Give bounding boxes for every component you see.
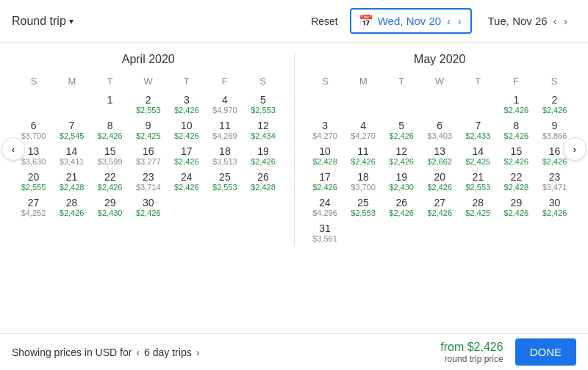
day-cell[interactable]: 2$2,426 xyxy=(536,92,573,117)
day-price: $2,426 xyxy=(504,131,529,140)
day-number: 23 xyxy=(549,171,561,183)
day-cell[interactable]: 14$2,425 xyxy=(459,143,497,168)
day-cell[interactable]: 13$2,662 xyxy=(421,143,459,168)
day-price: $3,411 xyxy=(60,157,85,166)
day-cell[interactable]: 21$2,553 xyxy=(459,169,497,194)
scroll-right-button[interactable]: › xyxy=(563,137,587,161)
day-cell[interactable]: 4$4,970 xyxy=(206,92,243,117)
day-cell[interactable]: 27$4,252 xyxy=(15,195,52,220)
day-cell[interactable]: 8$2,426 xyxy=(498,117,535,142)
trip-days: 6 day trips xyxy=(144,347,192,358)
day-cell[interactable]: 22$2,426 xyxy=(91,169,129,194)
date2-prev-button[interactable]: ‹ xyxy=(552,15,559,27)
day-cell[interactable]: 6$3,700 xyxy=(15,117,52,142)
day-cell[interactable]: 8$2,426 xyxy=(91,117,129,142)
day-price: $2,425 xyxy=(465,157,490,166)
day-price: $2,426 xyxy=(504,208,529,217)
day-cell[interactable]: 20$2,426 xyxy=(421,169,459,194)
day-number: 17 xyxy=(181,145,193,157)
day-cell[interactable]: 24$2,426 xyxy=(168,169,205,194)
day-cell[interactable]: 26$2,428 xyxy=(244,169,282,194)
date1-prev-button[interactable]: ‹ xyxy=(445,15,452,27)
day-cell-empty xyxy=(459,92,497,117)
day-cell[interactable]: 7$2,545 xyxy=(53,117,90,142)
day-cell[interactable]: 26$2,426 xyxy=(383,195,420,220)
date1-next-button[interactable]: › xyxy=(456,15,463,27)
day-cell[interactable]: 28$2,426 xyxy=(53,195,90,220)
day-number: 1 xyxy=(107,94,113,106)
day-cell[interactable]: 30$2,426 xyxy=(129,195,167,220)
day-cell[interactable]: 2$2,553 xyxy=(129,92,167,117)
day-cell[interactable]: 23$3,714 xyxy=(129,169,167,194)
day-price: $2,426 xyxy=(136,208,161,217)
day-cell[interactable]: 11$2,426 xyxy=(345,143,382,168)
day-number: 10 xyxy=(319,145,331,157)
day-cell[interactable]: 1$2,426 xyxy=(498,92,535,117)
april-weekdays: SMTWTFS xyxy=(15,73,282,89)
day-cell[interactable]: 18$3,700 xyxy=(345,169,382,194)
day-price: $2,426 xyxy=(389,131,414,140)
day-cell[interactable]: 27$2,426 xyxy=(421,195,459,220)
day-number: 2 xyxy=(146,94,151,106)
day-cell[interactable]: 21$2,428 xyxy=(53,169,90,194)
day-cell[interactable]: 19$2,426 xyxy=(244,143,282,168)
day-cell[interactable]: 14$3,411 xyxy=(53,143,90,168)
footer: Showing prices in USD for ‹ 6 day trips … xyxy=(0,333,588,370)
day-cell[interactable]: 29$2,426 xyxy=(498,195,535,220)
day-cell[interactable]: 11$4,269 xyxy=(206,117,243,142)
day-number: 25 xyxy=(219,171,231,183)
day-cell[interactable]: 22$2,428 xyxy=(498,169,535,194)
day-cell[interactable]: 29$2,430 xyxy=(91,195,129,220)
day-cell-empty xyxy=(306,92,344,117)
day-number: 30 xyxy=(549,197,561,208)
day-cell[interactable]: 17$2,426 xyxy=(306,169,344,194)
date2-next-button[interactable]: › xyxy=(562,15,569,27)
showing-label: Showing prices in USD for xyxy=(12,347,132,358)
day-cell[interactable]: 17$2,426 xyxy=(168,143,205,168)
day-cell[interactable]: 15$3,599 xyxy=(91,143,129,168)
day-cell[interactable]: 25$2,553 xyxy=(345,195,382,220)
day-cell[interactable]: 4$4,270 xyxy=(345,117,382,142)
day-cell[interactable]: 3$2,426 xyxy=(168,92,205,117)
day-price: $2,425 xyxy=(136,131,161,140)
day-cell[interactable]: 9$2,425 xyxy=(129,117,167,142)
day-cell[interactable]: 5$2,553 xyxy=(244,92,282,117)
date1-selector[interactable]: 📅 Wed, Nov 20 ‹ › xyxy=(350,8,472,34)
day-cell[interactable]: 28$2,425 xyxy=(459,195,497,220)
day-price: $2,553 xyxy=(465,183,490,192)
scroll-left-button[interactable]: ‹ xyxy=(1,137,25,161)
day-cell[interactable]: 16$3,277 xyxy=(129,143,167,168)
day-price: $2,426 xyxy=(251,157,276,166)
day-cell[interactable]: 24$4,296 xyxy=(306,195,344,220)
day-price: $3,599 xyxy=(98,157,123,166)
day-cell[interactable]: 23$3,471 xyxy=(536,169,573,194)
day-cell[interactable]: 5$2,426 xyxy=(383,117,420,142)
day-cell[interactable]: 18$3,513 xyxy=(206,143,243,168)
day-cell[interactable]: 31$3,561 xyxy=(306,220,344,245)
day-cell[interactable]: 15$2,426 xyxy=(498,143,535,168)
day-cell[interactable]: 10$2,426 xyxy=(168,117,205,142)
done-button[interactable]: DONE xyxy=(515,338,576,366)
day-cell[interactable]: 25$2,553 xyxy=(206,169,243,194)
reset-button[interactable]: Reset xyxy=(311,15,338,27)
day-cell[interactable]: 20$2,555 xyxy=(15,169,52,194)
day-price: $2,426 xyxy=(389,157,414,166)
day-number: 7 xyxy=(69,120,75,131)
day-price: $2,426 xyxy=(504,157,529,166)
trip-next-button[interactable]: › xyxy=(196,347,200,358)
day-cell[interactable]: 30$2,426 xyxy=(536,195,573,220)
day-cell[interactable]: 12$2,426 xyxy=(383,143,420,168)
day-cell[interactable]: 7$2,433 xyxy=(459,117,497,142)
round-trip-button[interactable]: Round trip ▾ xyxy=(12,15,74,28)
date2-selector[interactable]: Tue, Nov 26 ‹ › xyxy=(481,10,577,32)
day-cell[interactable]: 6$3,403 xyxy=(421,117,459,142)
day-number: 3 xyxy=(322,120,328,131)
weekday-label: M xyxy=(53,73,91,89)
day-cell[interactable]: 3$4,270 xyxy=(306,117,344,142)
trip-prev-button[interactable]: ‹ xyxy=(136,347,140,358)
weekday-label: S xyxy=(244,73,282,89)
day-cell[interactable]: 19$2,430 xyxy=(383,169,420,194)
day-cell[interactable]: 12$2,434 xyxy=(244,117,282,142)
day-price: $4,270 xyxy=(351,131,376,140)
day-cell[interactable]: 10$2,428 xyxy=(306,143,344,168)
